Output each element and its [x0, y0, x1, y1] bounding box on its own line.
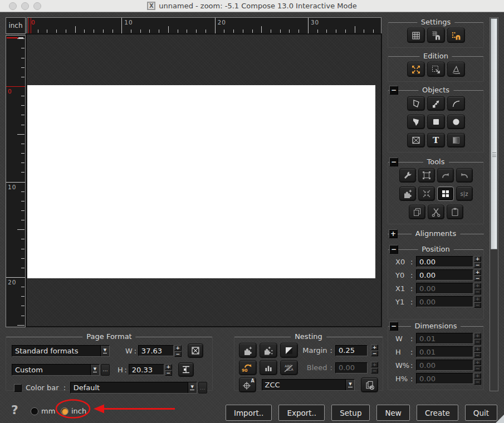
gradient-icon — [451, 135, 461, 145]
move-mode-button[interactable] — [407, 62, 425, 77]
w-input — [416, 333, 473, 344]
nest-sort-button[interactable] — [260, 343, 277, 358]
redo-icon — [441, 170, 451, 180]
nest-auto-button[interactable] — [239, 343, 257, 358]
dropdown-arrow-icon[interactable]: ▼ — [188, 382, 197, 393]
unit-mm-option[interactable]: mm — [31, 407, 55, 415]
height-label: H — [118, 366, 123, 374]
nesting-profile-select[interactable]: ZCC ▼ — [262, 379, 355, 391]
standard-formats-select[interactable]: Standard formats ▼ — [12, 345, 110, 357]
inch-radio[interactable] — [61, 407, 68, 415]
custom-format-browse-button[interactable]: ... — [101, 364, 110, 376]
paste-button[interactable] — [447, 205, 463, 219]
draw-polygon-button[interactable] — [407, 96, 425, 111]
x0-input[interactable] — [416, 256, 473, 267]
mirror-button[interactable]: s|z — [456, 186, 473, 201]
grid-settings-button[interactable] — [407, 28, 425, 43]
rotate-90-button[interactable]: 90 — [239, 360, 257, 375]
rotate-mode-button[interactable] — [447, 62, 465, 77]
copy-button[interactable] — [409, 205, 425, 219]
field-label: W% — [395, 361, 410, 370]
ruler-horizontal: 0102030 — [27, 17, 381, 34]
page-height-spinner[interactable]: +− — [165, 364, 172, 376]
draw-circle-button[interactable] — [447, 115, 465, 129]
select-all-button[interactable] — [418, 168, 435, 183]
create-button[interactable]: Create — [417, 405, 458, 421]
window-maximize-button[interactable] — [33, 2, 41, 10]
no-text-order-button[interactable]: ABC BCA — [280, 360, 298, 375]
setup-button[interactable]: Setup — [331, 405, 370, 421]
panel-scrollbar[interactable] — [490, 17, 498, 391]
objects-collapse-button[interactable]: − — [389, 86, 398, 95]
nest-stats-button[interactable] — [260, 360, 277, 375]
alignments-expand-button[interactable]: + — [389, 229, 398, 238]
scrollbar-thumb[interactable] — [491, 18, 497, 249]
quit-button[interactable]: Quit — [465, 405, 497, 421]
tile-view-button[interactable] — [437, 186, 454, 201]
page-height-input[interactable] — [129, 364, 164, 375]
select-frame-icon — [422, 170, 432, 180]
arc-icon — [451, 99, 461, 109]
undo-button[interactable] — [456, 168, 473, 183]
custom-format-select[interactable]: Custom ▼ — [12, 364, 100, 376]
dropdown-arrow-icon[interactable]: ▼ — [90, 365, 99, 375]
preferences-button[interactable] — [399, 168, 416, 183]
resize-mode-button[interactable] — [427, 62, 445, 77]
nest-fill-button[interactable] — [280, 343, 298, 358]
cut-button[interactable] — [428, 205, 444, 219]
center-height-button[interactable] — [178, 362, 194, 377]
dimensions-collapse-button[interactable]: − — [389, 322, 398, 331]
field-label: X0 — [395, 258, 410, 266]
h-spinner: +− — [474, 346, 481, 358]
color-bar-select[interactable]: Default ▼ — [70, 382, 197, 394]
redo-button[interactable] — [437, 168, 454, 183]
tools-collapse-button[interactable]: − — [389, 158, 398, 166]
new-button[interactable]: New — [376, 405, 409, 421]
position-x1-row: X1: +− — [388, 282, 483, 295]
export-button[interactable]: Export.. — [278, 405, 325, 421]
margin-input[interactable] — [335, 345, 368, 356]
object-snap-button[interactable] — [447, 28, 465, 43]
add-text-button[interactable]: T — [427, 133, 445, 147]
draw-filled-shape-button[interactable] — [407, 115, 425, 129]
resize-grip[interactable] — [496, 415, 504, 423]
unit-inch-option[interactable]: inch — [61, 407, 86, 415]
margin-spinner[interactable]: +− — [371, 345, 378, 356]
canvas[interactable] — [26, 33, 382, 327]
field-label: H% — [395, 375, 410, 383]
draw-arc-button[interactable] — [447, 96, 465, 111]
x0-spinner[interactable]: +− — [474, 256, 481, 268]
dropdown-arrow-icon[interactable]: ▼ — [100, 346, 109, 356]
draw-rectangle-button[interactable] — [427, 115, 445, 129]
y1-spinner: +− — [474, 296, 481, 308]
help-button[interactable]: ? — [11, 403, 18, 417]
y0-spinner[interactable]: +− — [474, 269, 481, 281]
plugin-button[interactable] — [399, 186, 416, 201]
y0-input[interactable] — [416, 269, 473, 281]
settings-group-title: Settings — [417, 18, 454, 26]
width-label: W — [125, 347, 133, 355]
auto-center-button[interactable]: A — [239, 377, 256, 392]
import-button[interactable]: Import.. — [226, 405, 272, 421]
fit-page-button[interactable] — [188, 343, 203, 358]
color-bar-checkbox[interactable] — [14, 384, 22, 392]
position-collapse-button[interactable]: − — [389, 245, 398, 254]
height-center-icon — [181, 365, 191, 375]
dropdown-arrow-icon[interactable]: ▼ — [345, 380, 354, 390]
window-close-button[interactable] — [9, 2, 17, 10]
mm-radio[interactable] — [31, 407, 38, 415]
fit-view-button[interactable] — [418, 186, 435, 201]
page-width-spinner[interactable]: +− — [174, 345, 182, 357]
gradient-fill-button[interactable] — [447, 133, 465, 147]
no-copy-icon — [365, 380, 375, 390]
x11-icon: X — [147, 2, 155, 10]
window-minimize-button[interactable] — [21, 2, 29, 10]
edit-nodes-button[interactable] — [427, 96, 445, 111]
no-copy-button[interactable] — [361, 377, 378, 392]
grid-snap-button[interactable] — [427, 28, 445, 43]
page-width-input[interactable] — [138, 345, 174, 356]
field-label: X1 — [395, 284, 410, 293]
field-label: Y0 — [395, 271, 410, 279]
place-image-button[interactable] — [407, 133, 425, 147]
bleed-label: Bleed — [307, 363, 327, 372]
